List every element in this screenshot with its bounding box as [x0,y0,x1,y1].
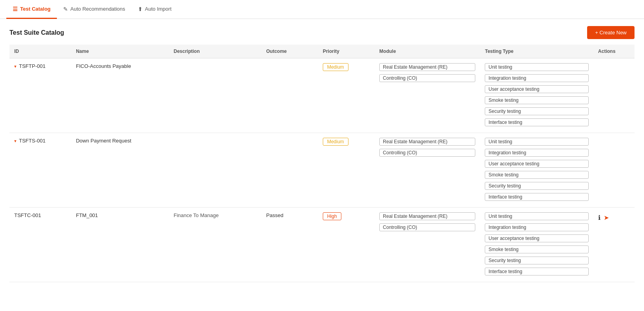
create-new-button[interactable]: + Create New [587,26,635,39]
nav-label-auto-recommendations: Auto Recommendations [70,6,125,12]
testing-type-tag: Smoke testing [485,245,588,253]
cell-name: Down Payment Request [71,133,169,208]
cell-module: Real Estate Management (RE)Controlling (… [375,208,480,282]
testing-type-tag: Security testing [485,107,588,115]
testing-type-tag: User acceptance testing [485,160,588,168]
cell-module: Real Estate Management (RE)Controlling (… [375,133,480,208]
cell-priority: High [318,208,375,282]
cell-testing-type: Unit testingIntegration testingUser acce… [480,133,593,208]
testing-type-tag: Interface testing [485,118,588,126]
cell-priority: Medium [318,58,375,133]
col-header-testing-type: Testing Type [480,45,593,58]
col-header-id: ID [9,45,71,58]
nav-item-auto-recommendations[interactable]: ✎Auto Recommendations [57,0,132,19]
page-header: Test Suite Catalog + Create New [0,19,644,45]
testing-type-tag: Integration testing [485,223,588,231]
testing-type-tag: Unit testing [485,63,588,71]
col-header-outcome: Outcome [262,45,318,58]
table-row: ▾TSFTP-001FICO-Accounts PayableMediumRea… [9,58,635,133]
testing-type-tag: Smoke testing [485,171,588,179]
cell-outcome: Passed [262,208,318,282]
priority-badge: Medium [323,138,348,146]
nav-item-auto-import[interactable]: ⬆Auto Import [132,0,178,19]
cell-module: Real Estate Management (RE)Controlling (… [375,58,480,133]
cell-priority: Medium [318,133,375,208]
cell-testing-type: Unit testingIntegration testingUser acce… [480,58,593,133]
testing-type-tag: Security testing [485,182,588,190]
cell-outcome [262,58,318,133]
cell-name: FTM_001 [71,208,169,282]
testing-type-tag: Integration testing [485,149,588,157]
testing-type-tag: Security testing [485,257,588,264]
table-header-row: ID Name Description Outcome Priority Mod… [9,45,635,58]
cell-actions: ℹ➤ [593,208,635,282]
priority-badge: Medium [323,63,348,71]
cell-outcome [262,133,318,208]
module-tag: Controlling (CO) [379,223,475,231]
nav-label-test-catalog: Test Catalog [20,6,51,12]
col-header-priority: Priority [318,45,375,58]
priority-badge: High [323,212,341,220]
expand-chevron-icon[interactable]: ▾ [14,64,17,69]
module-tag: Real Estate Management (RE) [379,138,475,146]
cell-description: Finance To Manage [169,208,261,282]
col-header-module: Module [375,45,480,58]
nav-icon-auto-recommendations: ✎ [63,6,68,12]
testing-type-tag: Unit testing [485,212,588,220]
nav-icon-test-catalog: ☰ [13,6,18,12]
table-wrap: ID Name Description Outcome Priority Mod… [0,45,644,282]
cell-testing-type: Unit testingIntegration testingUser acce… [480,208,593,282]
table-row: TSFTC-001FTM_001Finance To ManagePassedH… [9,208,635,282]
cell-description [169,58,261,133]
module-tag: Controlling (CO) [379,149,475,157]
table-row: ▾TSFTS-001Down Payment RequestMediumReal… [9,133,635,208]
cell-id: ▾TSFTS-001 [9,133,71,208]
testing-type-tag: Interface testing [485,193,588,201]
testing-type-tag: Unit testing [485,138,588,146]
info-button[interactable]: ℹ [598,214,601,221]
col-header-actions: Actions [593,45,635,58]
col-header-name: Name [71,45,169,58]
col-header-description: Description [169,45,261,58]
nav-bar: ☰Test Catalog✎Auto Recommendations⬆Auto … [0,0,644,19]
send-button[interactable]: ➤ [604,214,609,221]
cell-description [169,133,261,208]
cell-actions [593,58,635,133]
cell-id: TSFTC-001 [9,208,71,282]
testing-type-tag: Smoke testing [485,96,588,104]
cell-id: ▾TSFTP-001 [9,58,71,133]
nav-label-auto-import: Auto Import [145,6,171,12]
testing-type-tag: Integration testing [485,74,588,82]
cell-name: FICO-Accounts Payable [71,58,169,133]
expand-chevron-icon[interactable]: ▾ [14,139,17,143]
testing-type-tag: User acceptance testing [485,234,588,242]
nav-icon-auto-import: ⬆ [138,6,143,12]
module-tag: Real Estate Management (RE) [379,63,475,71]
cell-actions [593,133,635,208]
main-table: ID Name Description Outcome Priority Mod… [9,45,635,282]
module-tag: Controlling (CO) [379,74,475,82]
testing-type-tag: Interface testing [485,268,588,275]
testing-type-tag: User acceptance testing [485,85,588,93]
page-title: Test Suite Catalog [9,29,64,36]
module-tag: Real Estate Management (RE) [379,212,475,220]
nav-item-test-catalog[interactable]: ☰Test Catalog [6,0,57,19]
